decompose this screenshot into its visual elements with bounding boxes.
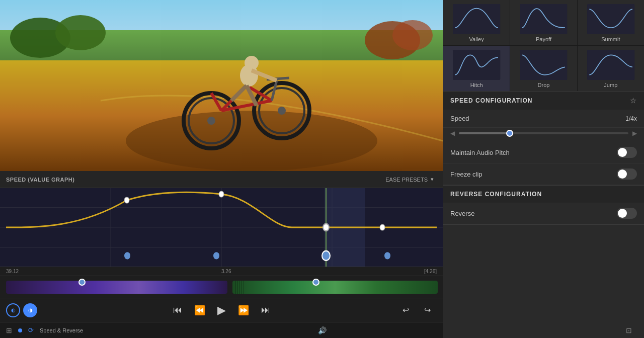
reverse-row: Reverse [443,203,644,224]
time-start: 39.12 [6,269,19,274]
svg-point-37 [124,252,130,259]
preset-payoff[interactable]: Payoff [510,0,577,45]
svg-point-40 [384,252,390,259]
redo-button[interactable]: ↪ [418,301,437,319]
slider-left-arrow: ◀ [450,130,455,137]
video-panel: SPEED (VALUE GRAPH) EASE PRESETS ▾ [0,0,443,338]
payoff-curve-svg [513,4,574,34]
green-playhead[interactable] [312,279,319,286]
jump-curve-svg [581,50,641,80]
drop-label: Drop [538,82,550,88]
ease-presets-label: EASE PRESETS [385,177,428,183]
speed-slider-track[interactable] [459,132,628,134]
status-dot [18,328,22,332]
status-bar: ⊞ ⟳ Speed & Reverse ⊡ 🔊 [0,322,443,338]
reverse-config-section: REVERSE CONFIGURATION Reverse [443,186,644,225]
left-circle-btn-2[interactable]: ◑ [23,303,37,317]
clip-in-mark [234,281,244,294]
right-panel: Valley Payoff Summit [443,0,644,338]
step-forward-button[interactable]: ⏩ [232,301,255,320]
reverse-config-label: REVERSE CONFIGURATION [450,191,542,198]
preset-hitch[interactable]: Hitch [443,46,510,91]
svg-point-38 [213,252,219,259]
svg-rect-44 [453,50,500,80]
svg-point-21 [245,56,259,70]
speed-config-label: SPEED CONFIGURATION [450,97,532,104]
maintain-audio-toggle[interactable] [617,147,637,158]
svg-rect-42 [520,4,567,34]
svg-rect-45 [520,50,567,80]
circle-icon-1: ◐ [11,307,16,313]
speed-slider-thumb[interactable] [506,130,513,137]
export-icon: ⊡ [626,326,632,334]
time-mid: 3.26 [221,269,231,274]
speed-graph-svg [0,188,443,267]
svg-point-39 [322,251,330,261]
hitch-curve-svg [446,50,507,80]
svg-point-13 [278,107,286,115]
preset-jump[interactable]: Jump [578,46,644,91]
payoff-label: Payoff [536,36,551,42]
reverse-label: Reverse [450,210,474,217]
hitch-label: Hitch [470,82,483,88]
preset-drop[interactable]: Drop [510,46,577,91]
reverse-config-header: REVERSE CONFIGURATION [443,186,644,203]
audio-icon: 🔊 [318,326,327,334]
speed-config-header: SPEED CONFIGURATION ☆ [443,92,644,110]
valley-label: Valley [469,36,484,42]
step-back-button[interactable]: ⏪ [188,301,211,320]
speed-graph [0,188,443,267]
time-end: [4.26] [424,269,437,274]
speed-slider-fill [459,132,510,134]
timeline-header: SPEED (VALUE GRAPH) EASE PRESETS ▾ [0,171,443,188]
svg-point-5 [55,15,106,50]
speed-slider-container: ◀ ▶ [450,130,637,137]
track-ruler: 39.12 3.26 [4.26] [0,267,443,276]
preset-summit[interactable]: Summit [578,0,644,45]
green-clip[interactable] [232,281,438,294]
freeze-clip-row: Freeze clip [443,163,644,185]
preset-valley[interactable]: Valley [443,0,510,45]
svg-point-3 [126,111,377,171]
presets-grid: Valley Payoff Summit [443,0,644,92]
reverse-toggle[interactable] [617,208,637,219]
speed-icon: ⟳ [28,326,34,334]
svg-point-10 [207,117,215,125]
speed-label: Speed [450,115,469,122]
undo-button[interactable]: ↩ [396,301,415,319]
chevron-down-icon: ▾ [431,176,434,183]
speed-reverse-label: Speed & Reverse [40,327,83,333]
play-button[interactable]: ▶ [211,300,232,321]
jump-label: Jump [604,82,617,88]
video-scene [0,0,443,171]
summit-curve-svg [581,4,641,34]
controls-bar: ◐ ◑ ⏮ ⏪ ▶ ⏩ ⏭ ↩ ↪ [0,298,443,322]
svg-rect-43 [587,4,634,34]
timeline-title: SPEED (VALUE GRAPH) [6,177,74,183]
video-overlay [0,0,443,171]
speed-row: Speed 1/4x [443,110,644,128]
purple-clip[interactable] [6,281,227,294]
speed-slider-row: ◀ ▶ [443,128,644,142]
clip-icon: ⊞ [6,326,12,334]
reverse-knob [618,209,627,218]
speed-config-section: SPEED CONFIGURATION ☆ Speed 1/4x ◀ ▶ [443,92,644,186]
skip-start-button[interactable]: ⏮ [167,301,188,319]
freeze-clip-toggle[interactable] [617,168,637,180]
summit-label: Summit [601,36,620,42]
skip-end-button[interactable]: ⏭ [255,301,276,319]
speed-config-star[interactable]: ☆ [630,97,637,105]
main-area: SPEED (VALUE GRAPH) EASE PRESETS ▾ [0,0,644,338]
svg-point-33 [124,197,129,203]
ease-presets-button[interactable]: EASE PRESETS ▾ [382,175,437,184]
right-controls: ↩ ↪ [396,301,437,319]
purple-playhead[interactable] [78,279,86,286]
video-container [0,0,443,171]
left-circle-btn-1[interactable]: ◐ [6,303,20,317]
circle-icon-2: ◑ [28,307,33,313]
speed-value: 1/4x [625,115,637,122]
maintain-audio-row: Maintain Audio Pitch [443,142,644,163]
timeline-track [0,276,443,298]
left-controls: ◐ ◑ [6,303,37,317]
svg-point-35 [323,224,329,231]
